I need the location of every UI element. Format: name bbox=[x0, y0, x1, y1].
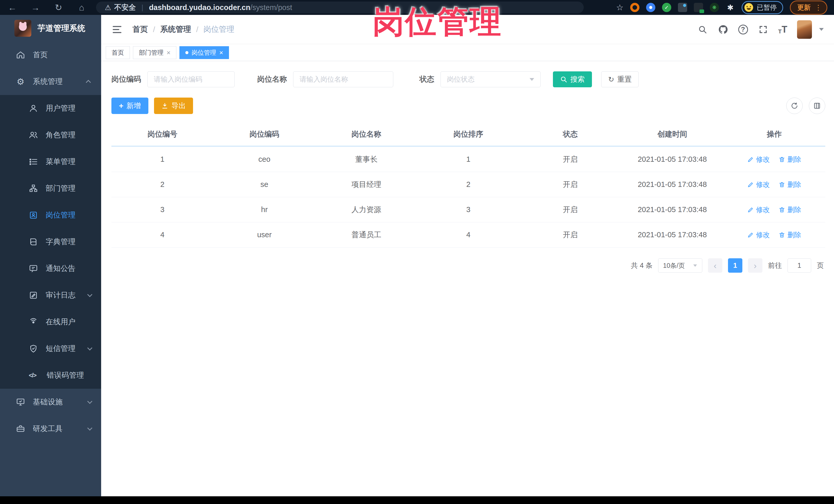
download-icon bbox=[161, 102, 169, 109]
home-icon[interactable]: ⌂ bbox=[76, 3, 87, 13]
delete-link[interactable]: 删除 bbox=[778, 205, 801, 214]
close-icon[interactable]: × bbox=[219, 49, 223, 57]
audit-log-icon bbox=[29, 291, 38, 300]
sidebar-item-menus[interactable]: 菜单管理 bbox=[0, 148, 101, 175]
tab-departments[interactable]: 部门管理 × bbox=[133, 46, 176, 59]
sidebar-item-dictionary[interactable]: 字典管理 bbox=[0, 228, 101, 255]
forward-icon[interactable]: → bbox=[30, 3, 41, 13]
sidebar-item-audit-log[interactable]: 审计日志 bbox=[0, 282, 101, 309]
caret-down-icon[interactable] bbox=[819, 28, 824, 31]
sidebar-item-system[interactable]: ⚙ 系统管理 bbox=[0, 68, 101, 95]
app-title: 芋道管理系统 bbox=[38, 23, 85, 34]
collapse-sidebar-icon[interactable] bbox=[111, 24, 123, 35]
table-toolbar: + 新增 导出 bbox=[111, 97, 825, 114]
posts-table: 岗位编号 岗位编码 岗位名称 岗位排序 状态 创建时间 操作 1 ceo 董事长… bbox=[111, 123, 825, 247]
cell-name: 人力资源 bbox=[315, 205, 417, 215]
menu-list-icon bbox=[29, 157, 38, 167]
org-tree-icon bbox=[29, 184, 38, 193]
tab-posts[interactable]: 岗位管理 × bbox=[179, 46, 229, 59]
tab-home[interactable]: 首页 bbox=[106, 46, 130, 59]
sidebar-item-home[interactable]: 首页 bbox=[0, 42, 101, 68]
cell-name: 普通员工 bbox=[315, 230, 417, 240]
column-header: 操作 bbox=[723, 129, 825, 139]
github-icon[interactable] bbox=[718, 24, 728, 35]
post-code-input[interactable] bbox=[147, 71, 235, 87]
extension-rows-icon[interactable] bbox=[694, 3, 703, 12]
extension-ring-icon[interactable] bbox=[630, 3, 639, 12]
edit-link[interactable]: 修改 bbox=[747, 230, 770, 240]
kebab-menu-icon[interactable]: ⋮ bbox=[815, 3, 822, 12]
extensions-puzzle-icon[interactable]: ✱ bbox=[726, 3, 735, 12]
edit-link[interactable]: 修改 bbox=[747, 155, 770, 164]
sidebar-item-posts[interactable]: 岗位管理 bbox=[0, 202, 101, 228]
close-icon[interactable]: × bbox=[167, 49, 171, 57]
url-divider: | bbox=[141, 3, 143, 12]
profile-avatar-icon bbox=[744, 3, 753, 12]
search-button[interactable]: 搜索 bbox=[553, 71, 592, 87]
sidebar-filler bbox=[0, 442, 101, 496]
edit-link[interactable]: 修改 bbox=[747, 180, 770, 189]
browser-update-button[interactable]: 更新 ⋮ bbox=[790, 1, 827, 15]
edit-link[interactable]: 修改 bbox=[747, 205, 770, 214]
sidebar-item-dev-tools[interactable]: 研发工具 bbox=[0, 415, 101, 442]
breadcrumb-system[interactable]: 系统管理 bbox=[160, 24, 191, 35]
goto-page-input[interactable] bbox=[788, 258, 811, 273]
page-1-button[interactable]: 1 bbox=[728, 258, 742, 273]
sidebar-item-announcements[interactable]: 通知公告 bbox=[0, 255, 101, 282]
sidebar-item-departments[interactable]: 部门管理 bbox=[0, 175, 101, 202]
cell-actions: 修改 删除 bbox=[723, 180, 825, 189]
pencil-icon bbox=[747, 206, 754, 213]
columns-icon bbox=[813, 102, 821, 110]
reset-button[interactable]: ↻ 重置 bbox=[601, 71, 639, 87]
back-icon[interactable]: ← bbox=[7, 3, 18, 13]
prev-page-button[interactable]: ‹ bbox=[708, 258, 722, 273]
extension-sliders-icon[interactable] bbox=[678, 3, 687, 12]
sidebar-item-sms[interactable]: 短信管理 bbox=[0, 335, 101, 362]
help-icon[interactable]: ? bbox=[738, 25, 748, 35]
delete-link[interactable]: 删除 bbox=[778, 230, 801, 240]
page-size-select[interactable]: 10条/页 bbox=[658, 258, 702, 273]
extension-sprout-icon[interactable]: ❋ bbox=[710, 3, 719, 12]
add-button[interactable]: + 新增 bbox=[111, 97, 148, 114]
security-label[interactable]: 不安全 bbox=[114, 3, 136, 12]
delete-link[interactable]: 删除 bbox=[778, 180, 801, 189]
pagination: 共 4 条 10条/页 ‹ 1 › 前往 页 bbox=[111, 258, 825, 273]
browser-profile-chip[interactable]: 已暂停 bbox=[742, 1, 783, 14]
header-actions: ? TT bbox=[697, 20, 824, 39]
sms-shield-icon bbox=[29, 344, 38, 353]
cell-sort: 1 bbox=[417, 155, 519, 163]
address-bar[interactable]: ⚠ 不安全 | dashboard.yudao.iocoder.cn /syst… bbox=[96, 2, 584, 13]
post-name-input[interactable] bbox=[293, 71, 393, 87]
cell-name: 项目经理 bbox=[315, 179, 417, 190]
annotation-overlay: 岗位管理 bbox=[373, 1, 502, 43]
sidebar-item-online-users[interactable]: 在线用户 bbox=[0, 309, 101, 335]
post-code-label: 岗位编码 bbox=[111, 74, 141, 85]
main-area: 首页 / 系统管理 / 岗位管理 ? bbox=[101, 15, 834, 496]
reload-icon[interactable]: ↻ bbox=[53, 2, 64, 13]
sidebar-item-roles[interactable]: 角色管理 bbox=[0, 122, 101, 148]
sidebar-item-users[interactable]: 用户管理 bbox=[0, 95, 101, 122]
cell-actions: 修改 删除 bbox=[723, 230, 825, 240]
bookmark-star-icon[interactable]: ☆ bbox=[616, 3, 623, 12]
fullscreen-icon[interactable] bbox=[758, 24, 769, 35]
trash-icon bbox=[778, 232, 785, 238]
cell-actions: 修改 删除 bbox=[723, 155, 825, 164]
search-icon[interactable] bbox=[697, 24, 708, 35]
status-select[interactable]: 岗位状态 bbox=[440, 71, 541, 87]
column-settings-button[interactable] bbox=[809, 97, 825, 114]
sidebar-item-error-codes[interactable]: </> 错误码管理 bbox=[0, 362, 101, 389]
export-button[interactable]: 导出 bbox=[154, 97, 193, 114]
sidebar-item-label: 首页 bbox=[33, 50, 48, 60]
avatar[interactable] bbox=[797, 20, 812, 39]
extension-check-icon[interactable]: ✓ bbox=[662, 3, 671, 12]
refresh-table-button[interactable] bbox=[786, 97, 803, 114]
font-size-icon[interactable]: TT bbox=[778, 24, 787, 35]
app-logo bbox=[14, 20, 31, 37]
breadcrumb-home[interactable]: 首页 bbox=[132, 24, 148, 35]
delete-link[interactable]: 删除 bbox=[778, 155, 801, 164]
extension-pin-icon[interactable] bbox=[646, 3, 655, 12]
next-page-button[interactable]: › bbox=[748, 258, 762, 273]
sidebar-item-label: 部门管理 bbox=[46, 183, 75, 194]
sidebar-item-infrastructure[interactable]: 基础设施 bbox=[0, 389, 101, 415]
online-signal-icon bbox=[29, 317, 38, 327]
